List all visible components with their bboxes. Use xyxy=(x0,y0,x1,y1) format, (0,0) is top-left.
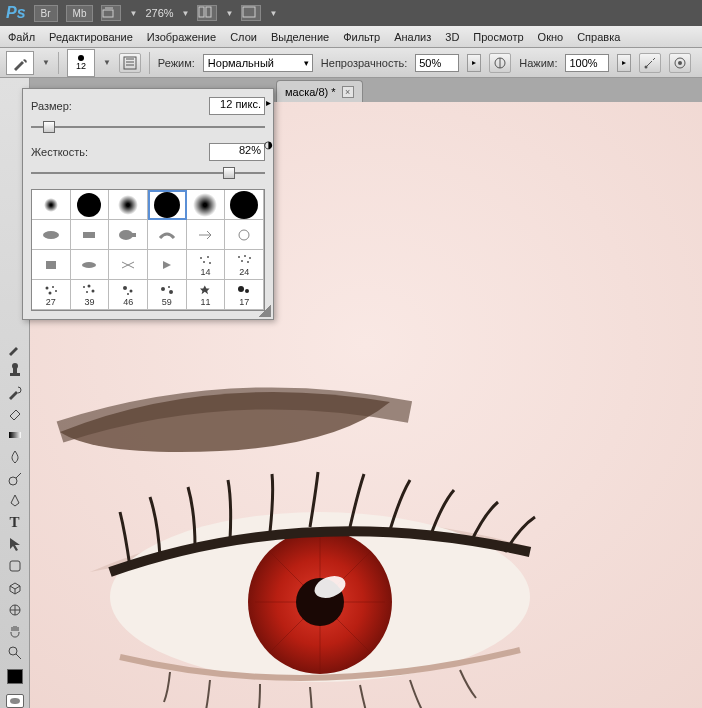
menu-select[interactable]: Выделение xyxy=(271,31,329,43)
arrange-docs-icon[interactable] xyxy=(197,5,217,21)
screen-mode-icon[interactable] xyxy=(241,5,261,21)
menu-edit[interactable]: Редактирование xyxy=(49,31,133,43)
airbrush-icon[interactable] xyxy=(639,53,661,73)
menu-file[interactable]: Файл xyxy=(8,31,35,43)
svg-point-48 xyxy=(86,291,88,293)
brush-preset[interactable]: 46 xyxy=(109,280,148,310)
brush-preset[interactable] xyxy=(225,220,264,250)
brush-preset[interactable] xyxy=(71,220,110,250)
tablet-size-icon[interactable] xyxy=(669,53,691,73)
hand-tool[interactable] xyxy=(3,622,27,642)
quick-mask-toggle[interactable] xyxy=(6,694,24,708)
menu-layers[interactable]: Слои xyxy=(230,31,257,43)
3d-tool[interactable] xyxy=(3,578,27,598)
close-icon[interactable]: × xyxy=(342,86,354,98)
brush-tool[interactable] xyxy=(3,338,27,358)
pen-tool[interactable] xyxy=(3,491,27,511)
brush-preset[interactable] xyxy=(71,190,110,220)
brush-preset[interactable]: 24 xyxy=(225,250,264,280)
brush-preset[interactable] xyxy=(109,190,148,220)
document-tab[interactable]: маска/8) * × xyxy=(276,80,363,102)
hardness-input[interactable]: 82% xyxy=(209,143,265,161)
dropdown-arrow-icon[interactable]: ▼ xyxy=(129,9,137,18)
svg-point-6 xyxy=(645,65,648,68)
brush-preset[interactable] xyxy=(187,220,226,250)
flow-input[interactable]: 100% xyxy=(565,54,609,72)
minibridge-button[interactable]: Mb xyxy=(66,5,94,22)
svg-point-57 xyxy=(245,289,249,293)
shape-tool[interactable] xyxy=(3,556,27,576)
panel-play-icon[interactable]: ▸ xyxy=(261,95,275,109)
size-slider[interactable] xyxy=(31,119,265,135)
brush-preset[interactable] xyxy=(109,250,148,280)
brush-preset[interactable] xyxy=(71,250,110,280)
menu-window[interactable]: Окно xyxy=(538,31,564,43)
brush-preset-panel: ▸ ◑ Размер: 12 пикс. Жесткость: 82% xyxy=(22,88,274,320)
brush-preset[interactable] xyxy=(32,250,71,280)
dodge-tool[interactable] xyxy=(3,469,27,489)
zoom-level[interactable]: 276% xyxy=(145,7,173,19)
brush-preset-selected[interactable] xyxy=(148,190,187,220)
type-tool[interactable]: T xyxy=(3,513,27,533)
foreground-color[interactable] xyxy=(7,669,23,683)
brush-preset[interactable]: 11 xyxy=(187,280,226,310)
brush-preset[interactable] xyxy=(109,220,148,250)
tool-preset-picker[interactable] xyxy=(6,51,34,75)
svg-rect-27 xyxy=(83,232,95,238)
size-input[interactable]: 12 пикс. xyxy=(209,97,265,115)
svg-point-36 xyxy=(209,262,211,264)
brush-preset[interactable]: 27 xyxy=(32,280,71,310)
dropdown-arrow-icon[interactable]: ▼ xyxy=(225,9,233,18)
brush-panel-toggle-icon[interactable] xyxy=(119,53,141,73)
chevron-down-icon[interactable]: ▼ xyxy=(42,58,50,67)
brush-preset[interactable]: 14 xyxy=(187,250,226,280)
svg-point-52 xyxy=(127,293,129,295)
divider xyxy=(149,52,150,74)
dropdown-arrow-icon[interactable]: ▼ xyxy=(269,9,277,18)
dropdown-arrow-icon[interactable]: ▼ xyxy=(182,9,190,18)
brush-preset[interactable] xyxy=(148,220,187,250)
blur-tool[interactable] xyxy=(3,447,27,467)
menu-view[interactable]: Просмотр xyxy=(473,31,523,43)
stamp-tool[interactable] xyxy=(3,360,27,380)
menu-help[interactable]: Справка xyxy=(577,31,620,43)
svg-rect-3 xyxy=(243,7,255,17)
svg-point-47 xyxy=(88,284,91,287)
opacity-label: Непрозрачность: xyxy=(321,57,407,69)
svg-point-28 xyxy=(119,230,133,240)
bridge-button[interactable]: Br xyxy=(34,5,58,22)
hardness-slider[interactable] xyxy=(31,165,265,181)
brush-preset-grid: 14 24 27 39 46 59 11 17 xyxy=(31,189,265,311)
tablet-opacity-icon[interactable] xyxy=(489,53,511,73)
menu-analysis[interactable]: Анализ xyxy=(394,31,431,43)
opacity-flyout-button[interactable]: ▸ xyxy=(467,54,481,72)
menu-image[interactable]: Изображение xyxy=(147,31,216,43)
brush-preset[interactable]: 59 xyxy=(148,280,187,310)
brush-preset-picker[interactable]: 12 xyxy=(67,49,95,77)
menu-3d[interactable]: 3D xyxy=(445,31,459,43)
resize-handle-icon[interactable] xyxy=(259,305,271,317)
3d-camera-tool[interactable] xyxy=(3,600,27,620)
svg-point-56 xyxy=(238,286,244,292)
history-brush-tool[interactable] xyxy=(3,382,27,402)
chevron-down-icon[interactable]: ▼ xyxy=(103,58,111,67)
path-select-tool[interactable] xyxy=(3,534,27,554)
svg-point-38 xyxy=(244,255,246,257)
blend-mode-select[interactable]: Нормальный xyxy=(203,54,313,72)
menu-filter[interactable]: Фильтр xyxy=(343,31,380,43)
view-extras-icon[interactable] xyxy=(101,5,121,21)
panel-menu-icon[interactable]: ◑ xyxy=(261,137,275,151)
brush-preset[interactable] xyxy=(32,220,71,250)
brush-preset[interactable] xyxy=(148,250,187,280)
svg-point-40 xyxy=(247,261,249,263)
eraser-tool[interactable] xyxy=(3,403,27,423)
zoom-tool[interactable] xyxy=(3,643,27,663)
svg-point-34 xyxy=(207,256,209,258)
brush-preset[interactable] xyxy=(225,190,264,220)
opacity-input[interactable]: 50% xyxy=(415,54,459,72)
brush-preset[interactable] xyxy=(187,190,226,220)
brush-preset[interactable] xyxy=(32,190,71,220)
gradient-tool[interactable] xyxy=(3,425,27,445)
brush-preset[interactable]: 39 xyxy=(71,280,110,310)
flow-flyout-button[interactable]: ▸ xyxy=(617,54,631,72)
